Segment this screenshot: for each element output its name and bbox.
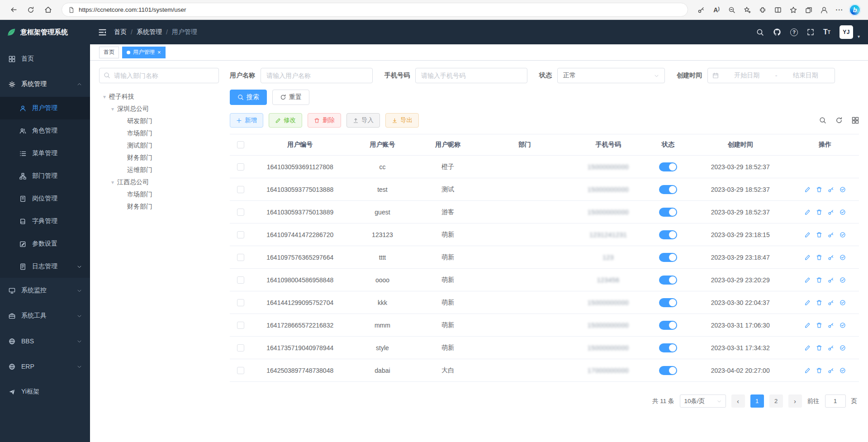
row-assign-role-icon[interactable] bbox=[840, 367, 846, 374]
sidebar-item-dept-mgmt[interactable]: 部门管理 bbox=[0, 165, 90, 187]
tree-node-leaf[interactable]: 测试部门 bbox=[99, 139, 219, 152]
copilot-icon[interactable]: b bbox=[848, 3, 862, 17]
status-toggle[interactable] bbox=[659, 366, 677, 375]
collections-icon[interactable] bbox=[802, 3, 816, 17]
breadcrumb-home[interactable]: 首页 bbox=[114, 28, 127, 36]
profile-avatar-icon[interactable] bbox=[817, 3, 831, 17]
status-toggle[interactable] bbox=[659, 298, 677, 307]
sidebar-item-erp[interactable]: ERP bbox=[0, 354, 90, 379]
site-info-icon[interactable] bbox=[68, 7, 75, 13]
sidebar-item-menu-mgmt[interactable]: 菜单管理 bbox=[0, 142, 90, 165]
tree-node-leaf[interactable]: 财务部门 bbox=[99, 152, 219, 164]
tab-user-mgmt[interactable]: 用户管理 × bbox=[122, 47, 166, 58]
status-toggle[interactable] bbox=[659, 343, 677, 352]
row-edit-icon[interactable] bbox=[804, 186, 811, 193]
browser-address-bar[interactable]: https://ccnetcore.com:1101/system/user bbox=[62, 3, 688, 17]
password-key-icon[interactable] bbox=[694, 3, 708, 17]
font-size-icon[interactable]: TT bbox=[823, 28, 830, 36]
date-range-picker[interactable]: 开始日期 - 结束日期 bbox=[707, 68, 835, 83]
row-checkbox[interactable] bbox=[237, 209, 244, 216]
row-reset-password-icon[interactable] bbox=[828, 209, 834, 215]
sidebar-item-monitor[interactable]: 系统监控 bbox=[0, 278, 90, 303]
sidebar-item-log-mgmt[interactable]: 日志管理 bbox=[0, 255, 90, 278]
row-checkbox[interactable] bbox=[237, 231, 244, 238]
sidebar-item-system[interactable]: 系统管理 bbox=[0, 71, 90, 97]
row-reset-password-icon[interactable] bbox=[828, 322, 834, 328]
row-assign-role-icon[interactable] bbox=[840, 232, 846, 238]
column-settings-icon[interactable] bbox=[852, 117, 859, 124]
row-checkbox[interactable] bbox=[237, 254, 244, 261]
zoom-icon[interactable] bbox=[725, 3, 739, 17]
row-delete-icon[interactable] bbox=[816, 345, 822, 351]
row-assign-role-icon[interactable] bbox=[840, 299, 846, 306]
export-button[interactable]: 导出 bbox=[385, 113, 419, 128]
row-delete-icon[interactable] bbox=[816, 367, 822, 374]
tree-node-branch[interactable]: ▾深圳总公司 bbox=[99, 103, 219, 115]
row-checkbox[interactable] bbox=[237, 163, 244, 171]
sidebar-item-dict-mgmt[interactable]: 字典管理 bbox=[0, 210, 90, 233]
favorites-bar-icon[interactable] bbox=[787, 3, 800, 17]
phone-input[interactable] bbox=[415, 68, 527, 83]
select-all-checkbox[interactable] bbox=[237, 141, 244, 148]
row-reset-password-icon[interactable] bbox=[828, 299, 834, 306]
row-reset-password-icon[interactable] bbox=[828, 277, 834, 283]
collapse-sidebar-icon[interactable] bbox=[98, 28, 107, 37]
tree-node-root[interactable]: ▾橙子科技 bbox=[99, 90, 219, 103]
next-page-button[interactable]: › bbox=[788, 394, 802, 408]
row-assign-role-icon[interactable] bbox=[840, 254, 846, 261]
split-screen-icon[interactable] bbox=[771, 3, 785, 17]
status-toggle[interactable] bbox=[659, 276, 677, 285]
row-reset-password-icon[interactable] bbox=[828, 232, 834, 238]
row-reset-password-icon[interactable] bbox=[828, 254, 834, 261]
read-aloud-icon[interactable]: A) bbox=[710, 3, 723, 17]
extensions-icon[interactable] bbox=[756, 3, 769, 17]
sidebar-item-user-mgmt[interactable]: 用户管理 bbox=[0, 97, 90, 119]
edit-button[interactable]: 修改 bbox=[269, 113, 302, 128]
row-checkbox[interactable] bbox=[237, 344, 244, 352]
github-icon[interactable] bbox=[773, 28, 781, 36]
sidebar-item-tools[interactable]: 系统工具 bbox=[0, 303, 90, 328]
browser-refresh-icon[interactable] bbox=[24, 3, 38, 17]
status-toggle[interactable] bbox=[659, 253, 677, 262]
sidebar-item-role-mgmt[interactable]: 角色管理 bbox=[0, 119, 90, 142]
page-button-1[interactable]: 1 bbox=[750, 394, 764, 408]
tree-node-leaf[interactable]: 运维部门 bbox=[99, 164, 219, 176]
tree-node-leaf[interactable]: 市场部门 bbox=[99, 127, 219, 139]
status-toggle[interactable] bbox=[659, 321, 677, 330]
row-delete-icon[interactable] bbox=[816, 232, 822, 238]
status-toggle[interactable] bbox=[659, 185, 677, 194]
row-checkbox[interactable] bbox=[237, 299, 244, 306]
prev-page-button[interactable]: ‹ bbox=[731, 394, 745, 408]
help-icon[interactable]: ? bbox=[790, 29, 798, 36]
page-button-2[interactable]: 2 bbox=[769, 394, 783, 408]
close-tab-icon[interactable]: × bbox=[157, 49, 161, 55]
browser-menu-icon[interactable]: ··· bbox=[833, 3, 846, 17]
row-delete-icon[interactable] bbox=[816, 299, 822, 306]
row-assign-role-icon[interactable] bbox=[840, 186, 846, 193]
user-avatar[interactable]: YJ bbox=[840, 25, 853, 39]
row-assign-role-icon[interactable] bbox=[840, 277, 846, 283]
row-edit-icon[interactable] bbox=[804, 367, 811, 374]
sidebar-item-post-mgmt[interactable]: 岗位管理 bbox=[0, 187, 90, 210]
tree-node-branch[interactable]: ▾江西总公司 bbox=[99, 176, 219, 188]
row-edit-icon[interactable] bbox=[804, 209, 811, 215]
goto-page-input[interactable] bbox=[825, 394, 846, 408]
sidebar-item-yi-framework[interactable]: Yi框架 bbox=[0, 379, 90, 404]
add-favorite-icon[interactable] bbox=[740, 3, 754, 17]
breadcrumb-system[interactable]: 系统管理 bbox=[137, 28, 162, 36]
row-edit-icon[interactable] bbox=[804, 299, 811, 306]
tab-home[interactable]: 首页 bbox=[99, 47, 119, 58]
refresh-table-icon[interactable] bbox=[835, 117, 843, 124]
tree-node-leaf[interactable]: 财务部门 bbox=[99, 200, 219, 213]
sidebar-item-home[interactable]: 首页 bbox=[0, 46, 90, 71]
add-button[interactable]: 新增 bbox=[230, 113, 263, 128]
reset-button[interactable]: 重置 bbox=[272, 90, 309, 105]
row-assign-role-icon[interactable] bbox=[840, 345, 846, 351]
row-edit-icon[interactable] bbox=[804, 254, 811, 261]
search-button[interactable]: 搜索 bbox=[230, 90, 267, 105]
page-size-select[interactable]: 10条/页 bbox=[680, 394, 726, 408]
delete-button[interactable]: 删除 bbox=[308, 113, 341, 128]
header-search-icon[interactable] bbox=[756, 29, 764, 36]
tree-node-leaf[interactable]: 市场部门 bbox=[99, 188, 219, 200]
sidebar-item-bbs[interactable]: BBS bbox=[0, 328, 90, 354]
